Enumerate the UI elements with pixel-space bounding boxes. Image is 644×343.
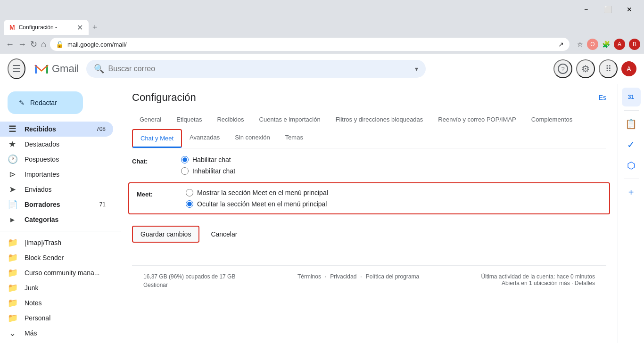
sidebar-item-block-sender[interactable]: 📁 Block Sender [0,250,113,265]
profile-avatar-icon[interactable]: A [614,39,625,50]
sidebar-item-categorias[interactable]: ▸ Categorías [0,212,113,227]
folder-icon-curso: 📁 [8,268,17,278]
radio-habilitar-chat[interactable]: Habilitar chat [181,156,235,163]
sidebar-item-personal[interactable]: 📁 Personal [0,310,113,326]
sidebar-item-imap-trash[interactable]: 📁 [Imap]/Trash [0,235,113,250]
new-tab-button[interactable]: + [91,21,99,34]
clock-icon: 🕐 [8,154,17,164]
search-input[interactable] [108,65,411,73]
tab-avanzadas[interactable]: Avanzadas [182,129,227,148]
right-panel-divider-1 [624,110,639,111]
extension-puzzle-icon[interactable]: 🧩 [602,41,610,48]
footer-links: Términos · Privacidad · Política del pro… [297,273,419,280]
address-bar-row: ← → ↻ ⌂ 🔒 mail.google.com/mail/ ↗ ☆ O 🧩 … [0,36,644,54]
tab-chat-meet[interactable]: Chat y Meet [132,129,182,148]
sidebar-item-enviados[interactable]: ➤ Enviados [0,182,113,197]
page-title: Configuración [132,91,196,104]
right-panel-expand-button[interactable]: › [622,340,641,343]
radio-inhabilitar-chat[interactable]: Inhabilitar chat [181,167,235,175]
sidebar-item-curso-community[interactable]: 📁 Curso community mana... [0,265,113,280]
gmail-logo-icon [33,60,50,77]
tab-reenvio[interactable]: Reenvío y correo POP/IMAP [430,111,523,129]
radio-mostrar-meet[interactable]: Mostrar la sección Meet en el menú princ… [186,189,328,196]
sidebar-label-enviados: Enviados [25,186,106,193]
menu-dots-icon[interactable]: B [629,39,640,50]
radio-inhabilitar-chat-label: Inhabilitar chat [192,167,235,175]
manage-link[interactable]: Gestionar [143,282,235,288]
radio-habilitar-chat-input[interactable] [181,156,189,163]
search-dropdown-icon[interactable]: ▾ [415,65,418,73]
address-bar[interactable]: 🔒 mail.google.com/mail/ ↗ [50,38,570,51]
cancel-button[interactable]: Cancelar [203,226,245,243]
compose-label: Redactar [30,99,57,106]
tasks-panel-icon[interactable]: 📋 [622,114,641,133]
user-avatar[interactable]: A [621,61,636,76]
help-button[interactable]: ? [553,59,572,78]
browser-tab[interactable]: M Configuración - ✕ [4,20,89,35]
sidebar-item-junk[interactable]: 📁 Junk [0,280,113,295]
tab-filtros[interactable]: Filtros y direcciones bloqueadas [328,111,431,129]
sidebar-label-block-sender: Block Sender [25,254,106,261]
close-button[interactable]: ✕ [619,2,640,17]
browser-right-icons: ☆ O 🧩 A B [577,39,640,50]
settings-button[interactable]: ⚙ [576,59,595,78]
sidebar-item-mas[interactable]: ⌄ Más [0,326,113,341]
dropbox-panel-icon[interactable]: ⬡ [622,156,641,175]
storage-text: 16,37 GB (96%) ocupados de 17 GB [143,273,235,280]
sidebar-label-pospuestos: Pospuestos [25,155,106,163]
add-panel-app-button[interactable]: + [622,183,641,202]
sidebar: ✎ Redactar ☰ Recibidos 708 ★ Destacados … [0,84,121,343]
settings-title-row: Configuración Es [132,91,606,104]
profile-icon[interactable]: O [587,39,598,50]
tab-cuentas[interactable]: Cuentas e importación [252,111,328,129]
sidebar-item-destacados[interactable]: ★ Destacados [0,137,113,152]
compose-button[interactable]: ✎ Redactar [8,91,83,114]
back-button[interactable]: ← [6,40,14,49]
forward-button[interactable]: → [18,40,26,49]
bookmark-icon[interactable]: ☆ [577,41,583,48]
refresh-button[interactable]: ↻ [30,39,37,49]
program-policy-link[interactable]: Política del programa [366,273,419,280]
home-button[interactable]: ⌂ [41,40,46,49]
tab-recibidos[interactable]: Recibidos [209,111,251,129]
tab-title: Configuración - [19,24,73,31]
radio-inhabilitar-chat-input[interactable] [181,167,189,175]
sidebar-item-importantes[interactable]: ⊳ Importantes [0,167,113,182]
sidebar-item-borradores[interactable]: 📄 Borradores 71 [0,197,113,212]
sidebar-item-pospuestos[interactable]: 🕐 Pospuestos [0,152,113,167]
tab-temas[interactable]: Temas [278,129,311,148]
language-selector[interactable]: Es [599,94,606,101]
footer-sep-2: · [360,273,362,280]
save-button[interactable]: Guardar cambios [132,226,199,243]
contacts-panel-icon[interactable]: ✓ [622,135,641,154]
hamburger-menu-button[interactable]: ☰ [8,58,25,79]
radio-ocultar-meet[interactable]: Ocultar la sección Meet en el menú princ… [186,200,328,208]
tab-general[interactable]: General [132,111,169,129]
tab-complementos[interactable]: Complementos [524,111,580,129]
calendar-panel-icon[interactable]: 31 [622,88,641,106]
tab-sin-conexion[interactable]: Sin conexión [227,129,277,148]
privacy-link[interactable]: Privacidad [330,273,356,280]
radio-ocultar-meet-input[interactable] [186,200,193,208]
gmail-body: ✎ Redactar ☰ Recibidos 708 ★ Destacados … [0,84,644,343]
sidebar-item-notes[interactable]: 📁 Notes [0,295,113,310]
settings-tabs: General Etiquetas Recibidos Cuentas e im… [132,111,606,148]
compose-button-container: ✎ Redactar [8,91,113,114]
tab-etiquetas[interactable]: Etiquetas [169,111,209,129]
search-bar[interactable]: 🔍 ▾ [86,60,426,78]
compose-plus-icon: ✎ [19,99,25,106]
apps-button[interactable]: ⠿ [599,59,618,78]
radio-mostrar-meet-input[interactable] [186,189,193,196]
star-icon: ★ [8,139,17,149]
tab-close-button[interactable]: ✕ [77,23,83,32]
maximize-button[interactable]: ⬜ [597,2,619,17]
gmail-logo-text: Gmail [52,63,79,75]
terms-link[interactable]: Términos [297,273,321,280]
sidebar-label-curso-community: Curso community mana... [25,269,106,277]
sidebar-label-importantes: Importantes [25,171,106,178]
browser-nav-controls: ← → ↻ ⌂ [6,39,46,49]
minimize-button[interactable]: − [575,2,597,17]
sidebar-item-recibidos[interactable]: ☰ Recibidos 708 [0,122,113,137]
last-activity-text: Última actividad de la cuenta: hace 0 mi… [481,273,595,280]
sidebar-label-notes: Notes [25,299,106,307]
